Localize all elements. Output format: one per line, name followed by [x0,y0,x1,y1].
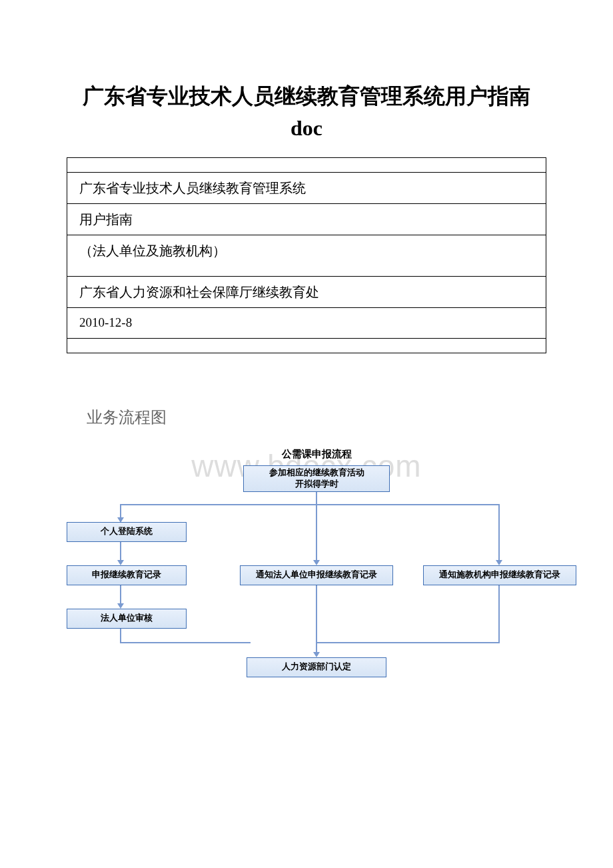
arrow-icon [313,560,320,565]
meta-date: 2010-12-8 [67,308,546,339]
meta-doc-type: 用户指南 [67,204,546,235]
meta-issuer: 广东省人力资源和社会保障厅继续教育处 [67,277,546,308]
node-notify-legal: 通知法人单位申报继续教育记录 [240,565,393,585]
connector [120,585,121,605]
connector [316,642,500,643]
meta-audience: （法人单位及施教机构） [67,235,546,277]
section-heading: 业务流程图 [87,407,546,428]
node-apply-record: 申报继续教育记录 [67,565,187,585]
arrow-icon [117,603,124,609]
flowchart-title: 公需课申报流程 [60,448,573,461]
connector [120,629,121,642]
connector [498,585,500,643]
connector [498,504,500,561]
node-notify-institution: 通知施教机构申报继续教育记录 [423,565,576,585]
meta-spacer [67,158,546,173]
connector [120,504,500,505]
meta-system-name: 广东省专业技术人员继续教育管理系统 [67,173,546,204]
node-hr-approval: 人力资源部门认定 [247,657,386,677]
connector [120,542,121,562]
connector [120,642,251,643]
document-title: 广东省专业技术人员继续教育管理系统用户指南 doc [67,80,546,144]
connector [120,504,121,519]
metadata-table: 广东省专业技术人员继续教育管理系统 用户指南 （法人单位及施教机构） 广东省人力… [67,157,546,353]
arrow-icon [496,560,502,565]
arrow-icon [313,652,320,657]
connector [316,492,317,561]
node-login: 个人登陆系统 [67,522,187,542]
node-start: 参加相应的继续教育活动开拟得学时 [243,465,390,492]
arrow-icon [117,560,124,565]
meta-spacer [67,338,546,353]
flowchart: 公需课申报流程 参加相应的继续教育活动开拟得学时 个人登陆系统 申报继续教育记录… [60,432,573,699]
node-legal-review: 法人单位审核 [67,609,187,629]
